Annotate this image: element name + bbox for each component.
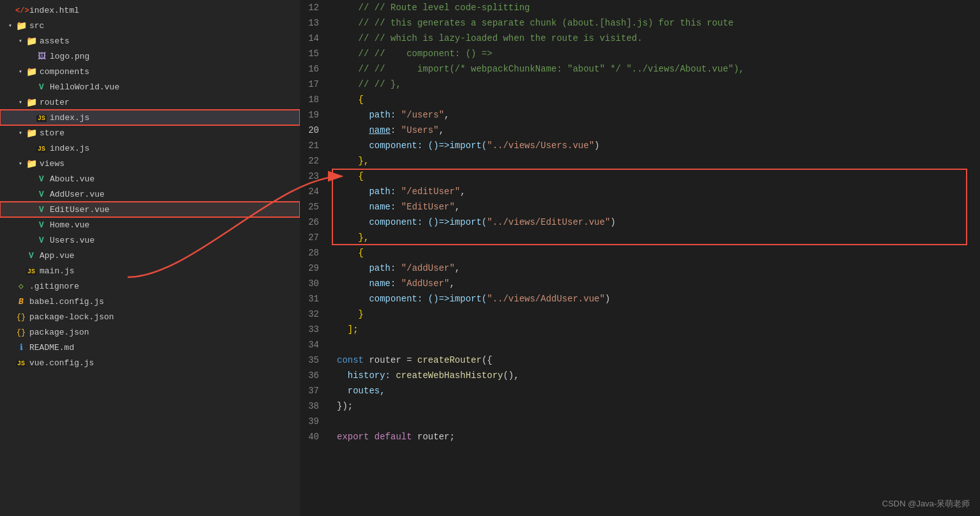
code-line: // // this generates a separate chunk (a… xyxy=(337,15,980,31)
folder-icon: 📁 xyxy=(26,97,37,108)
sidebar-item-edituser-vue[interactable]: VEditUser.vue xyxy=(0,202,300,217)
line-numbers: 1213141516171819202122232425262728293031… xyxy=(300,0,332,516)
code-line: { xyxy=(337,92,980,107)
code-line: history: createWebHashHistory(), xyxy=(337,368,980,383)
tree-item-label: router xyxy=(40,98,70,107)
sidebar-item-components[interactable]: ▾📁components xyxy=(0,64,300,79)
tree-item-label: .gitignore xyxy=(29,282,79,291)
line-number: 28 xyxy=(300,245,324,261)
tree-item-label: Home.vue xyxy=(50,220,89,230)
line-number: 14 xyxy=(300,31,324,46)
sidebar-item-store-index-js[interactable]: JSindex.js xyxy=(0,140,300,156)
line-number: 26 xyxy=(300,215,324,230)
tree-item-label: views xyxy=(40,159,64,169)
tree-arrow-icon: ▾ xyxy=(15,129,26,137)
code-line: component: ()=>import("../views/AddUser.… xyxy=(337,291,980,307)
tree-item-label: src xyxy=(29,21,44,31)
line-number: 40 xyxy=(300,429,324,444)
line-number: 15 xyxy=(300,46,324,61)
line-number: 36 xyxy=(300,368,324,383)
tree-arrow-icon: ▾ xyxy=(15,68,26,75)
tree-item-label: AddUser.vue xyxy=(50,190,105,199)
code-line: } xyxy=(337,307,980,322)
line-number: 13 xyxy=(300,15,324,31)
tree-item-label: index.js xyxy=(50,144,89,153)
vue-icon: V xyxy=(36,204,47,215)
line-number: 16 xyxy=(300,61,324,77)
tree-item-label: vue.config.js xyxy=(29,358,94,368)
code-line: routes, xyxy=(337,383,980,398)
tree-item-label: index.html xyxy=(29,6,79,15)
tree-item-label: logo.png xyxy=(50,52,89,61)
sidebar-item-assets[interactable]: ▾📁assets xyxy=(0,33,300,49)
sidebar-item-store[interactable]: ▾📁store xyxy=(0,125,300,140)
html-icon: </> xyxy=(15,5,27,15)
vue-icon: V xyxy=(36,174,47,184)
sidebar-item-package-json[interactable]: {}package.json xyxy=(0,324,300,340)
code-line: component: ()=>import("../views/EditUser… xyxy=(337,215,980,230)
js-icon: JS xyxy=(26,266,37,276)
tree-item-label: assets xyxy=(40,36,70,46)
code-line: // // }, xyxy=(337,77,980,92)
tree-arrow-icon: ▾ xyxy=(15,160,26,167)
vue-icon: V xyxy=(26,250,37,261)
tree-arrow-icon: ▾ xyxy=(15,37,26,45)
line-number: 25 xyxy=(300,199,324,215)
line-number: 38 xyxy=(300,398,324,414)
folder-icon: 📁 xyxy=(26,128,37,139)
js-icon: JS xyxy=(15,358,27,368)
sidebar-item-main-js[interactable]: JSmain.js xyxy=(0,263,300,278)
sidebar-item-adduser-vue[interactable]: VAddUser.vue xyxy=(0,186,300,202)
sidebar-item-router[interactable]: ▾📁router xyxy=(0,95,300,110)
tree-item-label: App.vue xyxy=(40,251,75,261)
sidebar-item-index-html[interactable]: </>index.html xyxy=(0,3,300,18)
line-number: 12 xyxy=(300,0,324,15)
code-line: }, xyxy=(337,230,980,245)
tree-item-label: Users.vue xyxy=(50,236,94,245)
line-number: 31 xyxy=(300,291,324,307)
git-icon: ◇ xyxy=(15,281,27,291)
folder-icon: 📁 xyxy=(26,66,37,77)
line-number: 19 xyxy=(300,107,324,123)
tree-item-label: index.js xyxy=(50,113,89,123)
line-number: 32 xyxy=(300,307,324,322)
sidebar-item-app-vue[interactable]: VApp.vue xyxy=(0,248,300,263)
sidebar-item-users-vue[interactable]: VUsers.vue xyxy=(0,232,300,248)
sidebar-item-readme[interactable]: ℹREADME.md xyxy=(0,340,300,355)
code-line: const router = createRouter({ xyxy=(337,353,980,368)
sidebar-item-helloworld-vue[interactable]: VHelloWorld.vue xyxy=(0,79,300,95)
sidebar-item-vue-config[interactable]: JSvue.config.js xyxy=(0,355,300,370)
sidebar-item-router-index-js[interactable]: JSindex.js xyxy=(0,110,300,125)
sidebar-item-about-vue[interactable]: VAbout.vue xyxy=(0,171,300,186)
tree-item-label: store xyxy=(40,128,64,138)
line-number: 21 xyxy=(300,138,324,153)
code-line: // // import(/* webpackChunkName: "about… xyxy=(337,61,980,77)
js-icon: JS xyxy=(36,143,47,153)
sidebar-item-babel-config[interactable]: Bbabel.config.js xyxy=(0,294,300,309)
file-explorer: </>index.html▾📁src▾📁assets🖼logo.png▾📁com… xyxy=(0,0,300,516)
code-line: { xyxy=(337,169,980,184)
line-number: 39 xyxy=(300,414,324,429)
line-number: 29 xyxy=(300,261,324,276)
code-line: // // component: () => xyxy=(337,46,980,61)
babel-icon: B xyxy=(15,296,27,307)
tree-item-label: About.vue xyxy=(50,174,94,184)
sidebar-item-logo-png[interactable]: 🖼logo.png xyxy=(0,49,300,64)
line-number: 34 xyxy=(300,337,324,353)
sidebar-item-package-lock[interactable]: {}package-lock.json xyxy=(0,309,300,324)
folder-icon: 📁 xyxy=(26,36,37,47)
code-line: path: "/editUser", xyxy=(337,184,980,199)
code-content: // // Route level code-splitting // // t… xyxy=(332,0,980,516)
code-line: path: "/addUser", xyxy=(337,261,980,276)
sidebar-item-gitignore[interactable]: ◇.gitignore xyxy=(0,278,300,294)
watermark: CSDN @Java-呆萌老师 xyxy=(882,498,970,510)
tree-arrow-icon: ▾ xyxy=(5,22,15,29)
code-line: ]; xyxy=(337,322,980,337)
sidebar-item-src[interactable]: ▾📁src xyxy=(0,18,300,33)
sidebar-item-views[interactable]: ▾📁views xyxy=(0,156,300,171)
tree-item-label: EditUser.vue xyxy=(50,205,110,215)
line-number: 33 xyxy=(300,322,324,337)
code-line: name: "AddUser", xyxy=(337,276,980,291)
line-number: 20 xyxy=(300,123,324,138)
sidebar-item-home-vue[interactable]: VHome.vue xyxy=(0,217,300,232)
